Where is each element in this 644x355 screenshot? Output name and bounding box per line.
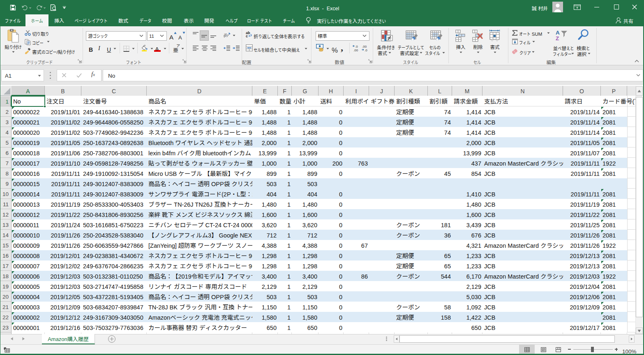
svg-text:ab: ab <box>224 32 229 38</box>
svg-text:A: A <box>556 30 560 36</box>
svg-text:c: c <box>246 34 248 38</box>
svg-text:.0: .0 <box>355 45 358 48</box>
svg-text:Z: Z <box>556 35 559 41</box>
svg-text:.00: .00 <box>362 45 367 48</box>
svg-text:.00: .00 <box>353 48 358 52</box>
svg-text:.0: .0 <box>365 48 367 52</box>
